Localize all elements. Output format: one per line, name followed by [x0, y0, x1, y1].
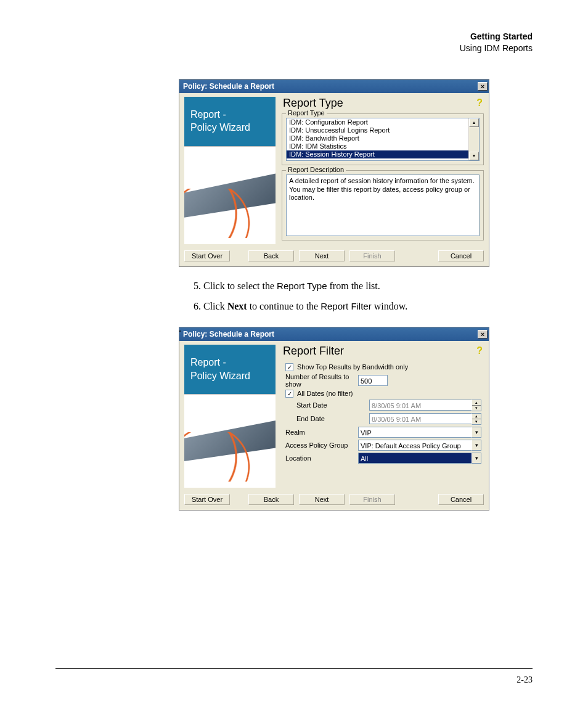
- wizard-sidebar-title: Report - Policy Wizard: [184, 345, 276, 394]
- start-over-button[interactable]: Start Over: [184, 494, 230, 505]
- wizard-sidebar: Report - Policy Wizard: [184, 345, 276, 488]
- footer-rule: [55, 668, 533, 669]
- checkbox-icon[interactable]: ✓: [285, 390, 293, 398]
- chevron-down-icon[interactable]: [472, 453, 481, 464]
- row-num-results: Number of Results to show 500: [284, 373, 481, 388]
- step-5: Click to select the Report Type from the…: [203, 278, 533, 294]
- start-over-button[interactable]: Start Over: [184, 250, 230, 261]
- checkbox-all-dates[interactable]: ✓ All Dates (no filter): [284, 390, 481, 398]
- spin-up-icon: ▴: [472, 400, 481, 406]
- chevron-down-icon[interactable]: [472, 440, 481, 451]
- row-realm: Realm VIP: [284, 427, 481, 438]
- scroll-up-icon[interactable]: ▴: [469, 118, 479, 127]
- group-report-type: Report Type IDM: Configuration Report ID…: [282, 113, 484, 165]
- close-icon[interactable]: ×: [478, 330, 488, 339]
- field-label: Access Policy Group: [284, 441, 358, 449]
- field-label: Start Date: [284, 401, 369, 409]
- checkbox-label: All Dates (no filter): [297, 390, 353, 397]
- next-button[interactable]: Next: [299, 250, 345, 261]
- header-subtitle: Using IDM Reports: [55, 43, 533, 54]
- instruction-steps: Click to select the Report Type from the…: [179, 278, 533, 314]
- date-spinner: ▴ ▾: [472, 413, 481, 425]
- help-icon[interactable]: ?: [476, 97, 483, 109]
- field-label: Realm: [284, 429, 358, 436]
- group-label: Report Description: [286, 166, 346, 173]
- chevron-down-icon[interactable]: [472, 427, 481, 438]
- page-header: Getting Started Using IDM Reports: [55, 31, 533, 54]
- header-title: Getting Started: [55, 31, 533, 43]
- checkbox-label: Show Top Results by Bandwidth only: [297, 363, 408, 371]
- back-button[interactable]: Back: [248, 494, 294, 505]
- start-date-input: 8/30/05 9:01 AM: [369, 400, 472, 411]
- dialog-report-type: Policy: Schedule a Report × Report - Pol…: [179, 79, 489, 267]
- row-end-date: End Date 8/30/05 9:01 AM ▴ ▾: [284, 413, 481, 425]
- step-6: Click Next to continue to the Report Fil…: [203, 298, 533, 314]
- checkbox-icon[interactable]: ✓: [285, 363, 293, 371]
- back-button[interactable]: Back: [248, 250, 294, 261]
- location-select[interactable]: All: [358, 453, 472, 464]
- list-item[interactable]: IDM: IDM Statistics: [287, 142, 468, 150]
- end-date-input: 8/30/05 9:01 AM: [369, 413, 472, 424]
- field-label: Location: [284, 454, 358, 462]
- window-title: Policy: Schedule a Report: [183, 82, 274, 91]
- num-results-input[interactable]: 500: [358, 375, 388, 386]
- group-report-description: Report Description A detailed report of …: [282, 170, 484, 240]
- page-number: 2-23: [517, 675, 533, 685]
- description-text: A detailed report of session history inf…: [286, 174, 480, 236]
- field-label: Number of Results to show: [284, 373, 358, 388]
- titlebar: Policy: Schedule a Report ×: [179, 327, 489, 341]
- report-type-listbox[interactable]: IDM: Configuration Report IDM: Unsuccess…: [286, 118, 480, 161]
- cancel-button[interactable]: Cancel: [438, 250, 484, 261]
- button-row: Start Over Back Next Finish Cancel: [179, 490, 489, 510]
- row-access-policy-group: Access Policy Group VIP: Default Access …: [284, 440, 481, 451]
- spin-up-icon: ▴: [472, 414, 481, 419]
- checkbox-top-results[interactable]: ✓ Show Top Results by Bandwidth only: [284, 363, 481, 371]
- wizard-graphic: [184, 146, 276, 244]
- date-spinner: ▴ ▾: [472, 400, 481, 411]
- list-item[interactable]: IDM: Unsuccessful Logins Report: [287, 126, 468, 134]
- close-icon[interactable]: ×: [478, 82, 488, 91]
- window-title: Policy: Schedule a Report: [183, 330, 274, 339]
- wizard-sidebar: Report - Policy Wizard: [184, 97, 276, 244]
- apg-select[interactable]: VIP: Default Access Policy Group: [358, 440, 472, 451]
- finish-button: Finish: [349, 250, 395, 261]
- group-label: Report Type: [286, 109, 327, 117]
- spin-down-icon: ▾: [472, 419, 481, 424]
- titlebar: Policy: Schedule a Report ×: [179, 80, 489, 93]
- row-start-date: Start Date 8/30/05 9:01 AM ▴ ▾: [284, 400, 481, 411]
- help-icon[interactable]: ?: [476, 345, 483, 356]
- next-button[interactable]: Next: [299, 494, 345, 505]
- list-item[interactable]: IDM: Bandwidth Report: [287, 134, 468, 142]
- panel-heading: Report Type: [283, 97, 343, 110]
- cancel-button[interactable]: Cancel: [438, 494, 484, 505]
- spin-down-icon: ▾: [472, 406, 481, 411]
- finish-button: Finish: [349, 494, 395, 505]
- dialog-report-filter: Policy: Schedule a Report × Report - Pol…: [179, 327, 489, 511]
- scrollbar[interactable]: ▴ ▾: [468, 118, 479, 160]
- wizard-sidebar-title: Report - Policy Wizard: [184, 97, 276, 146]
- button-row: Start Over Back Next Finish Cancel: [179, 247, 489, 266]
- row-location: Location All: [284, 453, 481, 464]
- scroll-down-icon[interactable]: ▾: [469, 152, 479, 160]
- wizard-graphic: [184, 394, 276, 488]
- panel-heading: Report Filter: [283, 345, 344, 358]
- list-item-selected[interactable]: IDM: Session History Report: [287, 150, 468, 158]
- field-label: End Date: [284, 415, 369, 422]
- realm-select[interactable]: VIP: [358, 427, 472, 438]
- list-item[interactable]: IDM: Configuration Report: [287, 118, 468, 126]
